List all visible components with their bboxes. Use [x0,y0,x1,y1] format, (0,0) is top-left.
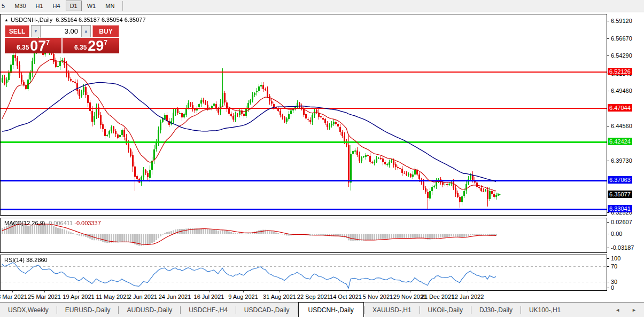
price-tick-mark [607,91,609,91]
tab-usdx-weekly[interactable]: USDX,Weekly [0,303,57,317]
chart-title: ▲USDCNH-,Daily 6.35164 6.35187 6.35054 6… [4,17,146,23]
macd-tick-mark [607,222,609,223]
date-label: 12 Jan 2022 [452,294,484,300]
chart-tab-bar: USDX,WeeklyEURUSD-,DailyAUDUSD-,DailyUSD… [0,302,644,317]
tab-arrows: ◄► [615,303,644,317]
sell-button[interactable]: SELL [5,25,29,37]
date-axis: 3 Mar 202125 Mar 202119 Apr 202111 May 2… [0,291,607,302]
chevron-down-icon: ▼ [34,29,38,34]
price-line-label: 6.52126 [608,68,632,75]
sell-price[interactable]: 6.35077 [5,38,61,53]
rsi-label: RSI(14) 38.2860 [4,257,48,263]
price-tick-mark [607,56,609,56]
date-tick-mark [209,291,210,292]
timeframe-button-w1[interactable]: W1 [83,1,100,11]
date-tick-mark [314,291,314,292]
date-tick-mark [44,291,45,292]
date-label: 3 Mar 2021 [0,294,27,300]
macd-tick-mark [607,234,609,234]
price-tick-label: 6.59120 [611,18,632,24]
tab-usdchf-h4[interactable]: USDCHF-,H4 [181,303,236,317]
date-label: 2 Jun 2021 [128,294,157,300]
date-label: 9 Aug 2021 [228,294,258,300]
rsi-tick-label: 100 [611,255,620,261]
tab-usdcnh-daily[interactable]: USDCNH-,Daily [298,302,364,317]
price-tick-mark [607,212,609,213]
trading-platform-window: 5M30H1H4D1W1MN ▲USDCNH-,Daily 6.35164 6.… [0,0,644,317]
date-tick-mark [143,291,143,292]
timeframe-toolbar: 5M30H1H4D1W1MN [0,0,644,12]
price-tick-mark [607,126,609,126]
tab-ukoil-daily[interactable]: UKOil-,Daily [420,303,471,317]
buy-button[interactable]: BUY [92,25,119,37]
volume-input[interactable]: 3.00 [41,25,81,37]
price-tick-label: 6.49460 [611,88,632,94]
tab-usdcad-daily[interactable]: USDCAD-,Daily [236,303,298,317]
date-label: 16 Jul 2021 [194,294,224,300]
macd-tick-label: -0.03187 [611,244,634,251]
tab-xauusd-h1[interactable]: XAUUSD-,H1 [364,303,420,317]
rsi-tick-mark [607,258,609,259]
toolbar-separator [122,1,123,11]
rsi-canvas[interactable] [1,255,607,290]
rsi-tick-label: 0 [611,284,614,291]
date-label: 31 Aug 2021 [263,294,296,300]
price-tick-mark [607,21,609,21]
tab-dj30-daily[interactable]: DJ30-,Daily [471,303,521,317]
date-label: 11 May 2021 [96,294,130,300]
date-tick-mark [280,291,280,292]
date-tick-mark [438,291,438,292]
macd-tick-label: 0.00 [611,231,622,237]
collapse-chart-icon[interactable]: ▲ [4,18,9,22]
price-chart-panel: ▲USDCNH-,Daily 6.35164 6.35187 6.35054 6… [0,14,607,216]
price-tick-label: 6.56670 [611,35,632,42]
buy-price[interactable]: 6.35297 [63,38,119,53]
timeframe-button-h4[interactable]: H4 [49,1,65,11]
timeframe-button-5[interactable]: 5 [0,1,9,11]
price-line-label: 6.35077 [608,191,632,198]
price-axis: 6.591206.566706.542906.518406.494606.445… [607,0,644,317]
date-label: 22 Sep 2021 [297,294,330,300]
price-tick-label: 6.44560 [611,123,632,129]
macd-indicator-panel: MACD(12,26,9) -0.006411 -0.003337 [0,218,607,253]
date-tick-mark [378,291,378,292]
timeframe-button-m30[interactable]: M30 [10,1,30,11]
date-label: 25 Mar 2021 [28,294,61,300]
tab-uk100-h1[interactable]: UK100-,H1 [521,303,569,317]
date-label: 5 Nov 2021 [363,294,393,300]
tab-audusd-daily[interactable]: AUDUSD-,Daily [119,303,180,317]
price-tick-label: 6.54290 [611,52,632,59]
timeframe-button-d1[interactable]: D1 [66,1,82,11]
timeframe-button-mn[interactable]: MN [101,1,119,11]
macd-tick-mark [607,248,609,248]
date-tick-mark [410,291,410,292]
tab-scroll-left-icon[interactable]: ◄ [615,307,620,313]
one-click-trade-panel: SELL ▼ 3.00 ▲ BUY 6.35077 6.35297 [5,25,119,53]
chevron-up-icon: ▲ [84,29,88,34]
rsi-tick-mark [607,266,609,267]
date-label: 24 Jun 2021 [159,294,191,300]
date-tick-mark [12,291,13,292]
volume-decrease-button[interactable]: ▼ [31,25,41,37]
date-label: 14 Oct 2021 [330,294,362,300]
price-line-label: 6.42424 [608,138,632,145]
date-tick-mark [468,291,468,292]
rsi-tick-mark [607,288,609,288]
price-line-label: 6.47044 [608,104,632,112]
date-tick-mark [346,291,346,292]
price-tick-mark [607,38,609,39]
macd-tick-label: 0.02607 [611,219,632,225]
tab-eurusd-daily[interactable]: EURUSD-,Daily [57,303,119,317]
date-tick-mark [79,291,79,292]
timeframe-button-h1[interactable]: H1 [32,1,48,11]
date-label: 21 Dec 2021 [421,294,454,300]
price-line-label: 6.37063 [608,176,632,184]
tab-scroll-right-icon[interactable]: ► [632,307,637,313]
price-tick-label: 6.39730 [611,157,632,164]
volume-increase-button[interactable]: ▲ [81,25,91,37]
macd-label: MACD(12,26,9) -0.006411 -0.003337 [4,220,101,226]
rsi-tick-mark [607,282,609,282]
date-label: 19 Apr 2021 [63,294,94,300]
rsi-indicator-panel: RSI(14) 38.2860 [0,255,607,291]
volume-spinner: ▼ 3.00 ▲ [31,25,91,37]
